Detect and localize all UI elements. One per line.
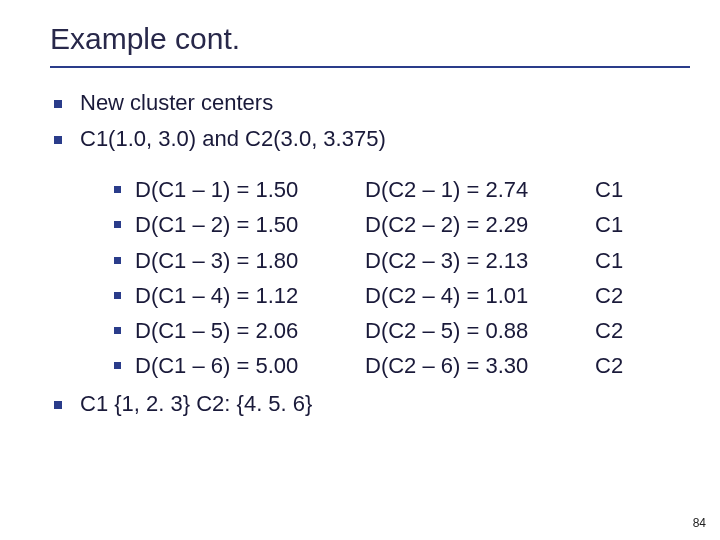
- cell-assign: C1: [595, 207, 655, 242]
- cell-d-c2: D(C2 – 4) = 1.01: [365, 278, 595, 313]
- square-bullet-icon: [114, 362, 121, 369]
- table-row: D(C1 – 6) = 5.00 D(C2 – 6) = 3.30 C2: [114, 348, 690, 383]
- table-row: D(C1 – 3) = 1.80 D(C2 – 3) = 2.13 C1: [114, 243, 690, 278]
- square-bullet-icon: [114, 186, 121, 193]
- bullet-list: New cluster centers C1(1.0, 3.0) and C2(…: [54, 86, 690, 156]
- bullet-item: New cluster centers: [54, 86, 690, 120]
- spacer: [50, 158, 690, 172]
- cell-d-c1: D(C1 – 3) = 1.80: [135, 243, 365, 278]
- cell-d-c2: D(C2 – 1) = 2.74: [365, 172, 595, 207]
- cell-d-c1: D(C1 – 6) = 5.00: [135, 348, 365, 383]
- cell-d-c2: D(C2 – 5) = 0.88: [365, 313, 595, 348]
- cell-d-c2: D(C2 – 6) = 3.30: [365, 348, 595, 383]
- bullet-text: New cluster centers: [80, 86, 273, 120]
- cell-d-c1: D(C1 – 1) = 1.50: [135, 172, 365, 207]
- summary-bullet: C1 {1, 2. 3} C2: {4. 5. 6}: [54, 387, 690, 421]
- title-rule: [50, 66, 690, 68]
- cell-assign: C1: [595, 172, 655, 207]
- table-row: D(C1 – 2) = 1.50 D(C2 – 2) = 2.29 C1: [114, 207, 690, 242]
- slide: Example cont. New cluster centers C1(1.0…: [0, 0, 720, 540]
- cell-d-c1: D(C1 – 2) = 1.50: [135, 207, 365, 242]
- bullet-text: C1(1.0, 3.0) and C2(3.0, 3.375): [80, 122, 386, 156]
- square-bullet-icon: [114, 292, 121, 299]
- square-bullet-icon: [54, 401, 62, 409]
- distance-table: D(C1 – 1) = 1.50 D(C2 – 1) = 2.74 C1 D(C…: [114, 172, 690, 383]
- square-bullet-icon: [54, 136, 62, 144]
- table-row: D(C1 – 5) = 2.06 D(C2 – 5) = 0.88 C2: [114, 313, 690, 348]
- square-bullet-icon: [114, 221, 121, 228]
- square-bullet-icon: [54, 100, 62, 108]
- square-bullet-icon: [114, 257, 121, 264]
- cell-assign: C2: [595, 313, 655, 348]
- cell-d-c2: D(C2 – 3) = 2.13: [365, 243, 595, 278]
- square-bullet-icon: [114, 327, 121, 334]
- cell-assign: C2: [595, 278, 655, 313]
- cell-d-c2: D(C2 – 2) = 2.29: [365, 207, 595, 242]
- bullet-item: C1(1.0, 3.0) and C2(3.0, 3.375): [54, 122, 690, 156]
- cell-d-c1: D(C1 – 4) = 1.12: [135, 278, 365, 313]
- table-row: D(C1 – 4) = 1.12 D(C2 – 4) = 1.01 C2: [114, 278, 690, 313]
- cell-assign: C1: [595, 243, 655, 278]
- page-number: 84: [693, 516, 706, 530]
- table-row: D(C1 – 1) = 1.50 D(C2 – 1) = 2.74 C1: [114, 172, 690, 207]
- cell-d-c1: D(C1 – 5) = 2.06: [135, 313, 365, 348]
- cell-assign: C2: [595, 348, 655, 383]
- slide-title: Example cont.: [50, 22, 690, 56]
- summary-text: C1 {1, 2. 3} C2: {4. 5. 6}: [80, 387, 312, 421]
